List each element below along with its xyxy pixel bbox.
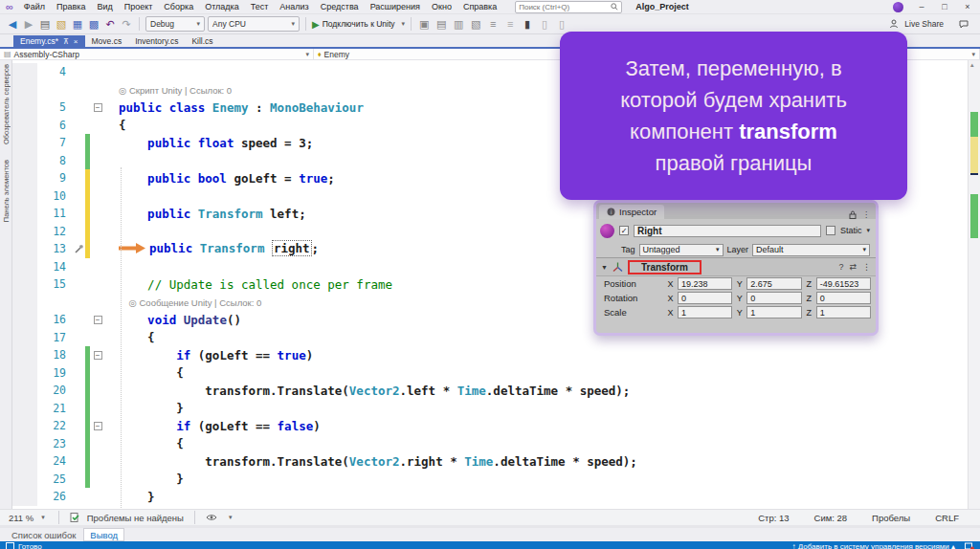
- menu-item[interactable]: Тест: [246, 2, 274, 11]
- glyph-margin[interactable]: [12, 117, 37, 135]
- menu-item[interactable]: Окно: [427, 2, 457, 11]
- document-tab[interactable]: Enemy.cs*⊼×: [13, 35, 85, 47]
- glyph-margin[interactable]: [12, 275, 37, 294]
- glyph-margin[interactable]: [12, 258, 37, 276]
- position-y-field[interactable]: 2.675: [746, 277, 801, 290]
- notification-icon[interactable]: [965, 542, 974, 549]
- rotation-z-field[interactable]: 0: [816, 292, 871, 304]
- lock-icon[interactable]: [849, 210, 857, 219]
- glyph-margin[interactable]: [12, 81, 37, 99]
- glyph-margin[interactable]: [12, 294, 37, 312]
- close-button[interactable]: ×: [963, 2, 972, 11]
- scrollbar-up-icon[interactable]: ▴: [970, 61, 974, 69]
- back-icon[interactable]: ◀: [6, 19, 19, 30]
- problems-status[interactable]: Проблемы не найдены: [87, 513, 184, 523]
- collapse-icon[interactable]: −: [94, 316, 102, 324]
- open-file-icon[interactable]: ▧: [55, 19, 68, 30]
- gameobject-icon[interactable]: [600, 224, 614, 238]
- outdent-icon[interactable]: ≡: [503, 19, 517, 30]
- presets-icon[interactable]: ⇄: [849, 262, 857, 272]
- more-menu-icon[interactable]: ⋮: [862, 210, 870, 219]
- add-to-source-control-button[interactable]: ↑ Добавить в систему управления версиями…: [792, 542, 956, 549]
- more-menu-icon[interactable]: ⋮: [862, 262, 871, 272]
- menu-item[interactable]: Расширения: [366, 2, 425, 11]
- solution-explorer-icon[interactable]: ▤: [434, 19, 448, 30]
- feedback-icon[interactable]: [959, 20, 969, 29]
- bookmark-next-icon[interactable]: ▯: [555, 19, 568, 30]
- pin-icon[interactable]: ⊼: [63, 37, 69, 46]
- glyph-margin[interactable]: [12, 346, 37, 364]
- glyph-margin[interactable]: [12, 417, 37, 435]
- save-all-icon[interactable]: ▩: [87, 19, 100, 30]
- breadcrumb-project-dropdown[interactable]: ▤ Assembly-CSharp ▾: [0, 49, 314, 59]
- document-tab[interactable]: Kill.cs: [185, 35, 219, 47]
- hot-reload-icon[interactable]: ▣: [417, 19, 431, 30]
- account-avatar[interactable]: [893, 2, 903, 12]
- position-z-field[interactable]: -49.61523: [816, 277, 871, 290]
- help-icon[interactable]: ?: [838, 262, 843, 272]
- close-icon[interactable]: ×: [74, 37, 78, 46]
- live-share-label[interactable]: Live Share: [904, 19, 944, 29]
- menu-item[interactable]: Отладка: [200, 2, 244, 11]
- zoom-selector[interactable]: 211 %▾: [6, 513, 48, 523]
- minimize-button[interactable]: –: [917, 2, 926, 11]
- collapse-icon[interactable]: −: [94, 422, 102, 430]
- debug-config-dropdown[interactable]: Debug▾: [145, 16, 205, 32]
- attach-to-unity-button[interactable]: ▶ Подключить к Unity ▾: [312, 19, 405, 30]
- glyph-margin[interactable]: [12, 223, 37, 241]
- eol-indicator[interactable]: CRLF: [935, 513, 959, 523]
- side-tool-window-tab[interactable]: Панель элементов: [2, 160, 11, 222]
- glyph-margin[interactable]: [12, 63, 37, 81]
- glyph-margin[interactable]: [12, 240, 37, 258]
- scale-x-field[interactable]: 1: [678, 306, 732, 318]
- new-file-icon[interactable]: ▤: [38, 19, 52, 30]
- menu-item[interactable]: Правка: [52, 2, 90, 11]
- static-checkbox[interactable]: [826, 226, 835, 235]
- menu-item[interactable]: Средства: [316, 2, 364, 11]
- menu-item[interactable]: Файл: [19, 2, 50, 11]
- platform-dropdown[interactable]: Any CPU▾: [208, 16, 300, 32]
- glyph-margin[interactable]: [12, 99, 37, 117]
- copy-icon[interactable]: ▥: [452, 19, 465, 30]
- glyph-margin[interactable]: [12, 187, 37, 206]
- glyph-margin[interactable]: [12, 169, 37, 187]
- active-checkbox[interactable]: ✓: [619, 226, 629, 235]
- position-x-field[interactable]: 19.238: [678, 277, 732, 290]
- side-tool-window-tab[interactable]: Обозреватель серверов: [2, 64, 11, 144]
- eye-icon[interactable]: [206, 514, 217, 521]
- tag-dropdown[interactable]: Untagged▾: [639, 244, 724, 256]
- object-name-field[interactable]: Right: [634, 225, 821, 237]
- menu-item[interactable]: Вид: [92, 2, 117, 11]
- panel-tab[interactable]: Вывод: [83, 528, 124, 541]
- transform-component-header[interactable]: ▼ Transform ? ⇄ ⋮: [596, 257, 876, 276]
- panel-tab[interactable]: Список ошибок: [6, 529, 81, 540]
- glyph-margin[interactable]: [12, 205, 37, 223]
- menu-item[interactable]: Анализ: [275, 2, 313, 11]
- codelens-label[interactable]: ◎ Скрипт Unity | Ссылок: 0: [119, 85, 232, 96]
- spaces-indicator[interactable]: Пробелы: [872, 513, 910, 523]
- collapse-icon[interactable]: −: [94, 351, 102, 360]
- chevron-down-icon[interactable]: ▾: [866, 227, 870, 234]
- scale-z-field[interactable]: 1: [816, 306, 871, 318]
- glyph-margin[interactable]: [12, 134, 37, 152]
- glyph-margin[interactable]: [12, 471, 37, 489]
- rotation-y-field[interactable]: 0: [746, 292, 801, 304]
- menu-item[interactable]: Сборка: [159, 2, 198, 11]
- maximize-button[interactable]: □: [940, 2, 949, 11]
- bookmark-prev-icon[interactable]: ▯: [538, 19, 551, 30]
- glyph-margin[interactable]: [12, 311, 37, 329]
- glyph-margin[interactable]: [12, 400, 37, 418]
- redo-icon[interactable]: ↷: [120, 19, 133, 30]
- glyph-margin[interactable]: [12, 382, 37, 400]
- indent-icon[interactable]: ≡: [486, 19, 500, 30]
- scale-y-field[interactable]: 1: [746, 306, 801, 318]
- bookmark-icon[interactable]: ▮: [521, 19, 534, 30]
- rotation-x-field[interactable]: 0: [678, 292, 732, 304]
- search-input[interactable]: Поиск (Ctrl+Q): [515, 1, 622, 13]
- codelens-label[interactable]: ◎ Сообщение Unity | Ссылок: 0: [119, 297, 261, 308]
- vertical-scrollbar[interactable]: ▴: [968, 60, 980, 509]
- glyph-margin[interactable]: [12, 329, 37, 347]
- glyph-margin[interactable]: [12, 152, 37, 170]
- foldout-icon[interactable]: ▼: [601, 264, 608, 271]
- layer-dropdown[interactable]: Default▾: [752, 244, 870, 256]
